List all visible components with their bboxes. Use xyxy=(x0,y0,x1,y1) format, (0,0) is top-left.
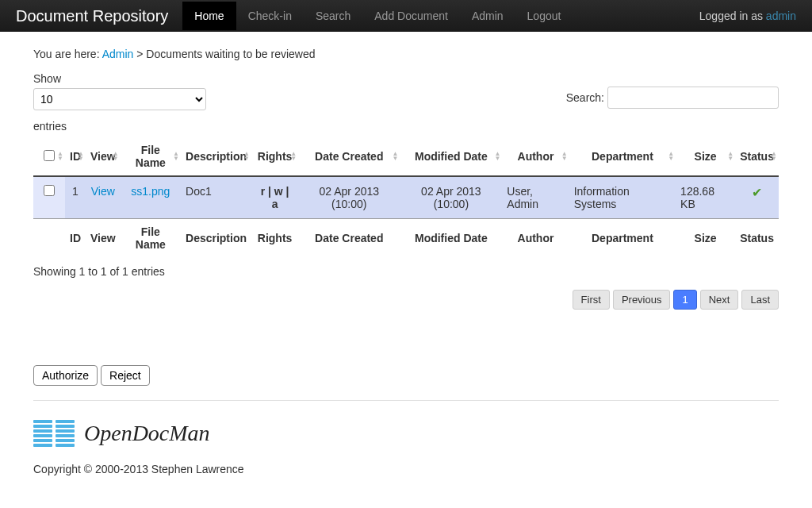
breadcrumb-current: Documents waiting to be reviewed xyxy=(146,48,315,60)
show-entries-select[interactable]: 10 xyxy=(33,88,206,110)
col-id: ID▲▼ xyxy=(65,137,86,176)
cell-date-created: 02 Apr 2013 (10:00) xyxy=(298,176,400,219)
cell-id: 1 xyxy=(65,176,86,219)
pager-last[interactable]: Last xyxy=(741,290,779,310)
row-checkbox[interactable] xyxy=(44,185,55,196)
reject-button[interactable]: Reject xyxy=(101,365,150,386)
documents-table: ▲▼ ID▲▼ View▲▼ File Name▲▼ Description▲▼… xyxy=(33,137,779,257)
pager-page-1[interactable]: 1 xyxy=(673,290,696,310)
sort-icon[interactable]: ▲▼ xyxy=(668,152,674,161)
pager: First Previous 1 Next Last xyxy=(33,290,779,310)
sort-icon[interactable]: ▲▼ xyxy=(494,152,500,161)
sort-icon[interactable]: ▲▼ xyxy=(57,152,63,161)
authorize-button[interactable]: Authorize xyxy=(33,365,98,386)
login-status: Logged in as admin xyxy=(699,10,796,22)
nav-admin[interactable]: Admin xyxy=(460,2,515,30)
sort-icon[interactable]: ▲▼ xyxy=(78,152,84,161)
brand: Document Repository xyxy=(16,7,168,25)
table-info: Showing 1 to 1 of 1 entries xyxy=(33,265,779,278)
navbar: Document Repository Home Check-in Search… xyxy=(0,0,812,32)
col-modified-date: Modified Date▲▼ xyxy=(400,137,502,176)
check-icon: ✔ xyxy=(752,186,762,199)
view-link[interactable]: View xyxy=(91,185,115,198)
sort-icon[interactable]: ▲▼ xyxy=(113,152,119,161)
show-label: Show xyxy=(33,72,206,85)
sort-icon[interactable]: ▲▼ xyxy=(173,152,179,161)
col-size: Size▲▼ xyxy=(676,137,735,176)
product-logo: OpenDocMan xyxy=(33,420,779,447)
file-name-link[interactable]: ss1.png xyxy=(131,185,170,198)
col-file-name: File Name▲▼ xyxy=(121,137,181,176)
col-view: View▲▼ xyxy=(86,137,121,176)
select-all-checkbox[interactable] xyxy=(44,150,55,161)
breadcrumb-admin-link[interactable]: Admin xyxy=(102,48,134,60)
sort-icon[interactable]: ▲▼ xyxy=(771,152,777,161)
cell-department: Information Systems xyxy=(569,176,676,219)
table-row[interactable]: 1 View ss1.png Doc1 r | w | a 02 Apr 201… xyxy=(33,176,779,219)
product-name: OpenDocMan xyxy=(84,421,210,446)
nav-search[interactable]: Search xyxy=(304,2,362,30)
sort-icon[interactable]: ▲▼ xyxy=(393,152,399,161)
cell-description: Doc1 xyxy=(181,176,251,219)
cell-modified-date: 02 Apr 2013 (10:00) xyxy=(400,176,502,219)
breadcrumb: You are here: Admin > Documents waiting … xyxy=(33,48,779,60)
col-department: Department▲▼ xyxy=(569,137,676,176)
sort-icon[interactable]: ▲▼ xyxy=(727,152,733,161)
search-label: Search: xyxy=(566,91,604,104)
sort-icon[interactable]: ▲▼ xyxy=(243,152,250,161)
entries-label: entries xyxy=(33,120,779,133)
logo-icon xyxy=(33,420,75,447)
nav-add-document[interactable]: Add Document xyxy=(362,2,460,30)
pager-prev[interactable]: Previous xyxy=(613,290,671,310)
search-input[interactable] xyxy=(607,87,779,109)
current-user-link[interactable]: admin xyxy=(766,10,796,22)
col-date-created: Date Created▲▼ xyxy=(298,137,400,176)
nav-checkin[interactable]: Check-in xyxy=(236,2,304,30)
col-status: Status▲▼ xyxy=(735,137,779,176)
pager-first[interactable]: First xyxy=(573,290,610,310)
nav-home[interactable]: Home xyxy=(182,2,236,30)
col-rights: Rights▲▼ xyxy=(251,137,298,176)
col-description: Description▲▼ xyxy=(181,137,251,176)
cell-author: User, Admin xyxy=(502,176,569,219)
cell-rights: r | w | a xyxy=(251,176,298,219)
sort-icon[interactable]: ▲▼ xyxy=(561,152,568,161)
cell-size: 128.68 KB xyxy=(676,176,735,219)
col-author: Author▲▼ xyxy=(502,137,569,176)
copyright: Copyright © 2000-2013 Stephen Lawrence xyxy=(33,463,779,475)
nav-logout[interactable]: Logout xyxy=(515,2,573,30)
pager-next[interactable]: Next xyxy=(700,290,739,310)
sort-icon[interactable]: ▲▼ xyxy=(290,152,297,161)
